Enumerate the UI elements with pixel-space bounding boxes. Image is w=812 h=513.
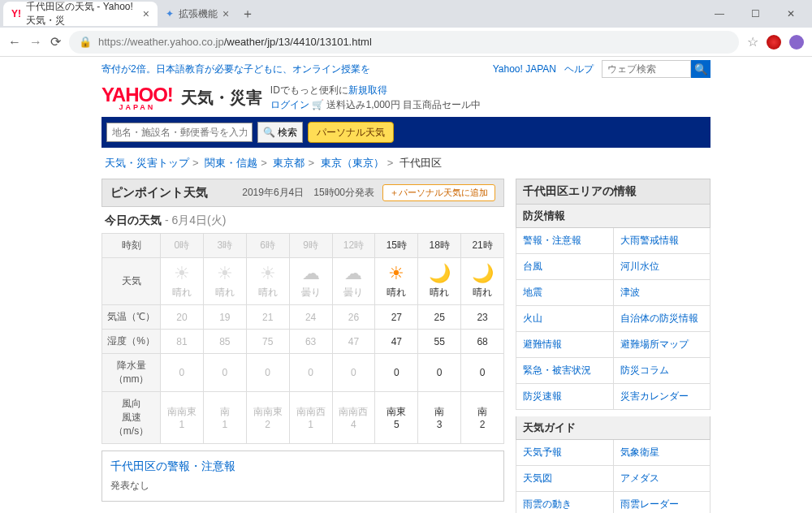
cell: 南2	[461, 392, 504, 444]
side-link[interactable]: 防災速報	[516, 384, 614, 410]
side-link[interactable]: 緊急・被害状況	[516, 358, 614, 384]
side-link[interactable]: 災害カレンダー	[614, 384, 711, 410]
forward-button[interactable]: →	[29, 35, 42, 50]
warnings-link[interactable]: 千代田区の警報・注意報	[110, 459, 235, 472]
cell: 0	[246, 354, 289, 392]
tab-title: 拡張機能	[179, 7, 218, 21]
weather-icon: ☁	[335, 263, 374, 284]
side-link[interactable]: 防災コラム	[614, 358, 711, 384]
weather-icon: 🌙	[420, 263, 459, 284]
side-link[interactable]: 雨雲の動き	[516, 492, 614, 513]
pinpoint-title: ピンポイント天気	[110, 185, 208, 200]
reload-button[interactable]: ⟳	[50, 34, 61, 50]
cell: 19	[203, 305, 246, 330]
side-link[interactable]: 河川水位	[614, 254, 711, 280]
login-link[interactable]: ログイン	[270, 99, 309, 110]
browser-tab[interactable]: ✦ 拡張機能 ×	[158, 2, 237, 26]
service-title: 天気・災害	[181, 87, 262, 109]
cell: 0	[461, 354, 504, 392]
web-search-button[interactable]: 🔍	[691, 60, 710, 78]
breadcrumb-link[interactable]: 関東・信越	[205, 157, 257, 169]
cell: 南南西1	[289, 392, 332, 444]
minimize-button[interactable]: ―	[702, 2, 737, 26]
breadcrumb-current: 千代田区	[400, 157, 442, 169]
side-link[interactable]: 天気予報	[516, 440, 614, 466]
row-header: 気温（℃）	[102, 305, 161, 330]
cell: 0	[418, 354, 461, 392]
maximize-button[interactable]: ☐	[737, 2, 773, 26]
cell: 12時	[332, 234, 375, 258]
side-link[interactable]: 雨雲レーダー	[614, 492, 711, 513]
new-tab-button[interactable]: ＋	[237, 3, 258, 24]
weather-icon: ☀	[377, 263, 416, 284]
cell: 南南東1	[161, 392, 204, 444]
warnings-none: 発表なし	[110, 479, 495, 493]
search-button[interactable]: 🔍検索	[257, 122, 303, 143]
weather-icon: ☀	[162, 263, 201, 284]
close-icon[interactable]: ×	[222, 7, 229, 20]
side-link[interactable]: 避難情報	[516, 332, 614, 358]
weather-icon: ☀	[205, 263, 244, 284]
today-header: 今日の天気 - 6月4日(火)	[102, 207, 504, 233]
personal-weather-button[interactable]: パーソナル天気	[308, 122, 394, 143]
cell: 55	[418, 330, 461, 354]
url-text: https://weather.yahoo.co.jp/weather/jp/1…	[98, 36, 372, 48]
cell: 南東5	[375, 392, 418, 444]
help-link[interactable]: ヘルプ	[564, 63, 594, 76]
side-link[interactable]: 警報・注意報	[516, 228, 614, 254]
profile-icon[interactable]	[789, 35, 804, 50]
cell: ☀晴れ	[246, 258, 289, 305]
back-button[interactable]: ←	[8, 35, 21, 50]
side-section-title: 防災情報	[516, 205, 710, 228]
breadcrumb-link[interactable]: 東京（東京）	[321, 157, 384, 169]
address-bar[interactable]: 🔒 https://weather.yahoo.co.jp/weather/jp…	[69, 31, 739, 54]
cell: 27	[375, 305, 418, 330]
cell: 0時	[161, 234, 204, 258]
close-window-button[interactable]: ✕	[773, 2, 809, 26]
browser-tab-active[interactable]: Y! 千代田区の天気 - Yahoo!天気・災 ×	[3, 2, 158, 26]
yahoo-japan-link[interactable]: Yahoo! JAPAN	[493, 63, 556, 75]
cell: 9時	[289, 234, 332, 258]
warning-box: 千代田区の警報・注意報 発表なし	[102, 450, 504, 502]
side-link[interactable]: 避難場所マップ	[614, 332, 711, 358]
row-header: 天気	[102, 258, 161, 305]
location-search-input[interactable]	[106, 123, 253, 142]
side-link[interactable]: アメダス	[614, 466, 711, 492]
cell: 85	[203, 330, 246, 354]
extension-icon[interactable]	[767, 35, 781, 50]
breadcrumb-link[interactable]: 東京都	[273, 157, 304, 169]
row-header: 時刻	[102, 234, 161, 258]
close-icon[interactable]: ×	[143, 7, 149, 20]
cell: 6時	[246, 234, 289, 258]
web-search-input[interactable]	[602, 60, 691, 78]
row-header: 降水量（mm）	[102, 354, 161, 392]
cell: 25	[418, 305, 461, 330]
add-personal-button[interactable]: ＋パーソナル天気に追加	[382, 184, 495, 201]
side-link[interactable]: 地震	[516, 280, 614, 306]
cell: 47	[375, 330, 418, 354]
side-link[interactable]: 気象衛星	[614, 440, 711, 466]
forecast-date: 2019年6月4日 15時00分発表	[242, 186, 374, 200]
cell: 68	[461, 330, 504, 354]
breadcrumb: 天気・災害トップ> 関東・信越> 東京都> 東京（東京）> 千代田区	[102, 148, 710, 179]
side-link[interactable]: 台風	[516, 254, 614, 280]
yahoo-logo[interactable]: YAHOO!JAPAN	[102, 84, 173, 111]
side-link[interactable]: 天気図	[516, 466, 614, 492]
cell: 21	[246, 305, 289, 330]
breadcrumb-link[interactable]: 天気・災害トップ	[105, 157, 189, 169]
star-icon[interactable]: ☆	[747, 34, 758, 50]
cell: ☁曇り	[332, 258, 375, 305]
side-link[interactable]: 津波	[614, 280, 711, 306]
header-promo: IDでもっと便利に新規取得 ログイン 🛒 送料込み1,000円 目玉商品セール中	[270, 83, 481, 112]
side-area-title: 千代田区エリアの情報	[516, 179, 710, 205]
row-header: 風向風速（m/s）	[102, 392, 161, 444]
side-link[interactable]: 大雨警戒情報	[614, 228, 711, 254]
signup-link[interactable]: 新規取得	[348, 84, 387, 96]
hourly-forecast-table: 時刻0時3時6時9時12時15時18時21時天気☀晴れ☀晴れ☀晴れ☁曇り☁曇り☀…	[102, 233, 504, 444]
cell: ☁曇り	[289, 258, 332, 305]
side-link[interactable]: 自治体の防災情報	[614, 306, 711, 332]
promo-link[interactable]: 寄付が2倍。日本語教育が必要な子どもに、オンライン授業を	[102, 63, 370, 76]
side-link[interactable]: 火山	[516, 306, 614, 332]
weather-icon: ☁	[292, 263, 330, 284]
cell: 81	[161, 330, 204, 354]
